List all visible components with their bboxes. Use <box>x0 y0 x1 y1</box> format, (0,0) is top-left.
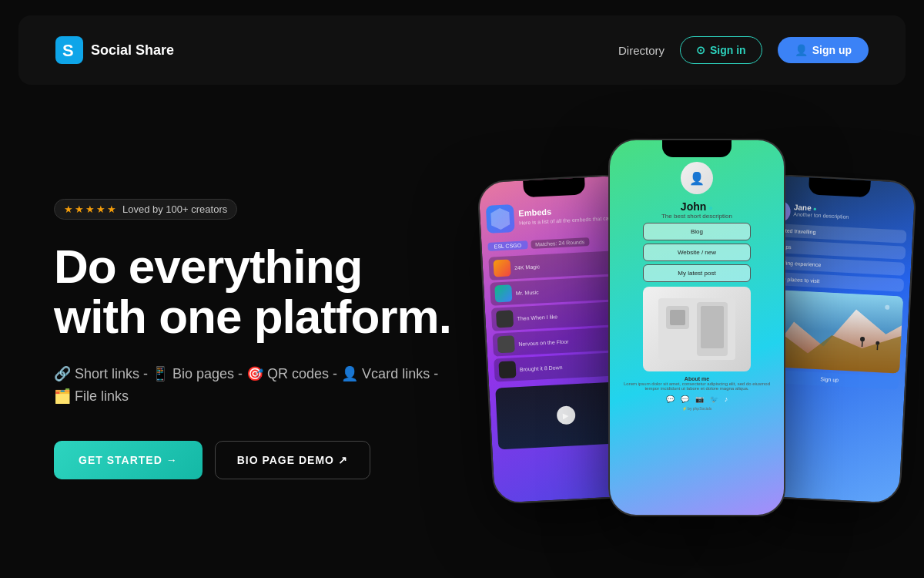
hero-content: ★★★★★ Loved by 100+ creators Do everythi… <box>54 199 500 480</box>
phone-center: 👤 John ● The best short description Blog… <box>608 139 785 516</box>
hero-headline: Do everything with one platform. <box>54 241 500 341</box>
social-icons: 💬 💬 📷 🐦 ♪ <box>666 395 728 403</box>
about-text: Lorem ipsum dolor sit amet, consectetur … <box>618 381 776 391</box>
get-started-button[interactable]: GET STARTED → <box>54 441 203 479</box>
tiktok-icon: ♪ <box>725 395 728 403</box>
messenger-icon: 💬 <box>681 395 689 403</box>
cta-buttons: GET STARTED → BIO PAGE DEMO ↗ <box>54 441 500 479</box>
logo-icon: S <box>55 36 83 64</box>
badge-text: Loved by 100+ creators <box>122 203 227 215</box>
profile-btn-2: Website / new <box>643 244 751 261</box>
embed-label-1: 24K Magic <box>514 264 540 271</box>
navbar: S Social Share Directory ⊙ Sign in 👤 Sig… <box>18 15 906 85</box>
signin-label: Sign in <box>710 44 746 56</box>
instagram-icon: 📷 <box>695 395 704 403</box>
powered-by: ⚡ by phpSocials <box>682 406 712 411</box>
profile-description: The best short description <box>661 213 732 220</box>
embed-label-3: Then When I like <box>517 314 557 321</box>
phone-notch-right <box>808 177 871 197</box>
logo: S Social Share <box>55 36 174 64</box>
play-icon: ▶ <box>557 405 576 425</box>
phone-center-screen: 👤 John ● The best short description Blog… <box>610 157 784 415</box>
profile-name: John ● <box>681 200 713 213</box>
embed-label-2: Mr. Music <box>516 289 539 296</box>
twitter-icon: 🐦 <box>710 395 718 403</box>
profile-btn-1: Blog <box>643 223 751 240</box>
bio-demo-button[interactable]: BIO PAGE DEMO ↗ <box>215 441 370 479</box>
app-name: Social Share <box>91 42 174 59</box>
profile-cover-image <box>643 287 751 371</box>
headline-line2: with one platform. <box>54 290 451 343</box>
signin-button[interactable]: ⊙ Sign in <box>680 36 762 64</box>
csgo-tag: Matches: 24 Rounds <box>531 237 590 249</box>
star-rating: ★★★★★ <box>64 203 118 215</box>
signup-label: Sign up <box>812 44 852 56</box>
embed-icon-5 <box>498 361 516 378</box>
profile-btn-3: My latest post <box>643 264 751 282</box>
social-proof-badge: ★★★★★ Loved by 100+ creators <box>54 199 237 220</box>
whatsapp-icon: 💬 <box>666 395 675 403</box>
svg-text:S: S <box>62 41 74 60</box>
embed-label-4: Nervous on the Floor <box>518 338 569 346</box>
svg-rect-6 <box>701 306 724 348</box>
main-section: ★★★★★ Loved by 100+ creators Do everythi… <box>0 100 924 578</box>
svg-rect-4 <box>670 310 685 325</box>
phone-notch-left <box>523 177 585 197</box>
signin-icon: ⊙ <box>696 44 705 56</box>
phone-notch-center <box>662 140 732 157</box>
nav-actions: Directory ⊙ Sign in 👤 Sign up <box>618 36 869 64</box>
headline-line1: Do everything <box>54 240 362 293</box>
about-title: About me <box>685 376 709 381</box>
directory-link[interactable]: Directory <box>618 44 665 57</box>
signup-icon: 👤 <box>795 44 808 56</box>
signup-button[interactable]: 👤 Sign up <box>778 37 869 63</box>
profile-avatar: 👤 <box>681 162 713 194</box>
phones-showcase: Embeds Here is a list of all the embeds … <box>470 85 924 578</box>
embed-label-5: Brought it 8 Down <box>520 365 563 372</box>
hero-subtext: 🔗 Short links - 📱 Bio pages - 🎯 QR codes… <box>54 363 439 408</box>
